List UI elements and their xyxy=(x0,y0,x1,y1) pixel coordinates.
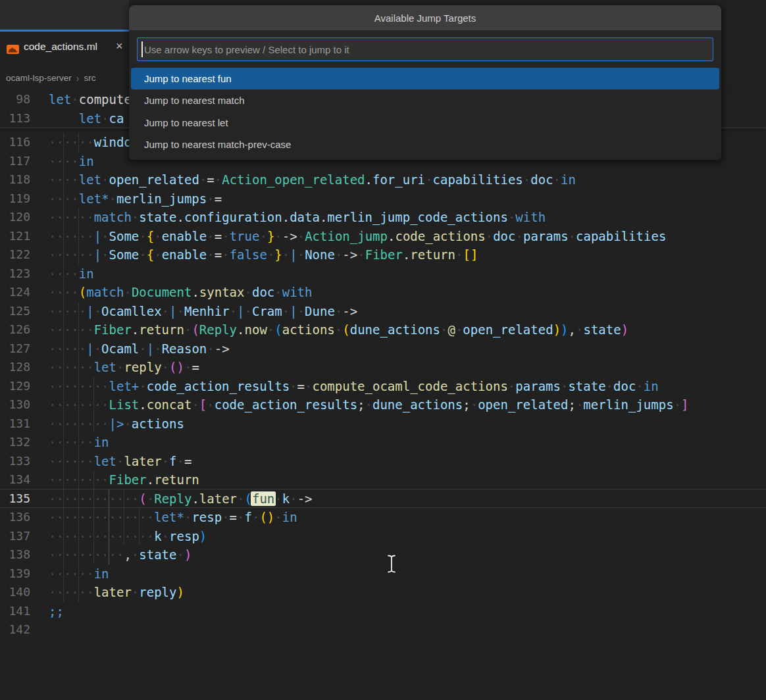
code-line[interactable]: 140······later·reply) xyxy=(0,583,766,602)
line-number[interactable]: 121 xyxy=(0,227,30,246)
code-line[interactable]: 136··············let*·resp·=·f·()·in xyxy=(0,508,766,527)
code-line[interactable]: 131········|>·actions xyxy=(0,414,766,434)
code-text: let·ca xyxy=(49,109,124,128)
quickpick-title: Available Jump Targets xyxy=(129,5,721,30)
editor-code-area[interactable]: 116······window117····in118····let·open_… xyxy=(0,128,766,639)
code-text: ··········,·state·) xyxy=(49,545,192,564)
code-line[interactable]: 134········Fiber.return xyxy=(0,470,766,489)
code-text: ······let·reply·()·= xyxy=(49,358,199,377)
code-line[interactable]: 141;; xyxy=(0,602,766,621)
code-text: ····let*·merlin_jumps·= xyxy=(49,189,222,209)
line-number[interactable]: 135 xyxy=(0,489,30,509)
code-text: ········Fiber.return xyxy=(49,470,199,489)
code-text: ····let·open_related·=·Action_open_relat… xyxy=(49,170,576,189)
code-text: ······let·later·f·= xyxy=(49,452,192,471)
line-number[interactable]: 120 xyxy=(0,208,30,227)
line-number[interactable]: 139 xyxy=(0,564,30,584)
code-line[interactable]: 137··············k·resp) xyxy=(0,527,766,546)
breadcrumb-segment-project[interactable]: ocaml-lsp-server xyxy=(6,73,72,83)
code-text: ······in xyxy=(49,564,109,584)
line-number[interactable]: 126 xyxy=(0,320,30,339)
line-number[interactable]: 118 xyxy=(0,170,30,189)
code-line[interactable]: 128······let·reply·()·= xyxy=(0,358,766,377)
line-number[interactable]: 131 xyxy=(0,414,30,434)
code-text: ········List.concat·[·code_action_result… xyxy=(49,395,689,414)
vscode-window: code_actions.ml × ocaml-lsp-server › src… xyxy=(0,0,766,700)
line-number[interactable]: 128 xyxy=(0,358,30,377)
code-text: ········|>·actions xyxy=(49,414,184,434)
code-text: ······|·Some·{·enable·=·true·}·->·Action… xyxy=(49,227,666,246)
code-text: ····in xyxy=(49,264,94,284)
code-text: ······|·Some·{·enable·=·false·}·|·None·-… xyxy=(49,245,478,264)
line-number[interactable]: 132 xyxy=(0,433,30,452)
line-number[interactable]: 123 xyxy=(0,264,30,284)
code-line[interactable]: 123····in xyxy=(0,264,766,284)
code-text: ······in xyxy=(49,433,109,452)
line-number[interactable]: 137 xyxy=(0,527,30,546)
line-number[interactable]: 113 xyxy=(0,109,30,128)
line-number[interactable]: 124 xyxy=(0,283,30,302)
code-text: let·compute xyxy=(49,90,132,109)
code-text: ······window xyxy=(49,133,139,152)
quickpick-item[interactable]: Jump to nearest let xyxy=(131,112,719,134)
line-number[interactable]: 138 xyxy=(0,545,30,564)
line-number[interactable]: 141 xyxy=(0,602,30,621)
code-text: ······match·state.configuration.data.mer… xyxy=(49,208,546,227)
code-line[interactable]: 132······in xyxy=(0,433,766,452)
line-number[interactable]: 98 xyxy=(0,90,30,109)
line-number[interactable]: 133 xyxy=(0,452,30,471)
code-line[interactable]: 124····(match·Document.syntax·doc·with xyxy=(0,283,766,302)
quickpick-item[interactable]: Jump to nearest match-prev-case xyxy=(131,134,719,155)
code-line[interactable]: 135············(·Reply.later·(fun·k·-> xyxy=(0,489,766,509)
text-caret xyxy=(141,41,143,57)
code-line[interactable]: 138··········,·state·) xyxy=(0,545,766,564)
code-line[interactable]: 129········let+·code_action_results·=·co… xyxy=(0,377,766,396)
code-text: ·····|·Ocamllex·|·Menhir·|·Cram·|·Dune·-… xyxy=(49,302,357,321)
code-line[interactable]: 127·····|·Ocaml·|·Reason·-> xyxy=(0,339,766,359)
code-text: ;; xyxy=(49,602,64,621)
line-number[interactable]: 140 xyxy=(0,583,30,602)
code-line[interactable]: 142 xyxy=(0,620,766,639)
code-line[interactable]: 122······|·Some·{·enable·=·false·}·|·Non… xyxy=(0,245,766,264)
code-text: ··············k·resp) xyxy=(49,527,207,546)
line-number[interactable]: 127 xyxy=(0,339,30,359)
code-line[interactable]: 125·····|·Ocamllex·|·Menhir·|·Cram·|·Dun… xyxy=(0,302,766,321)
code-text: ·····|·Ocaml·|·Reason·-> xyxy=(49,339,230,359)
quickpick-list: Jump to nearest funJump to nearest match… xyxy=(129,68,721,156)
line-number[interactable]: 117 xyxy=(0,152,30,171)
quickpick-item[interactable]: Jump to nearest fun xyxy=(131,68,719,89)
jump-target-highlight: fun xyxy=(251,491,276,506)
code-text: ····in xyxy=(49,152,94,171)
quickpick-input[interactable] xyxy=(137,38,713,61)
line-number[interactable]: 125 xyxy=(0,302,30,321)
code-line[interactable]: 119····let*·merlin_jumps·= xyxy=(0,189,766,209)
breadcrumb-separator-icon: › xyxy=(76,73,80,84)
code-text: ··············let*·resp·=·f·()·in xyxy=(49,508,297,527)
line-number[interactable]: 134 xyxy=(0,470,30,489)
line-number[interactable]: 129 xyxy=(0,377,30,396)
tab-close-icon[interactable]: × xyxy=(116,39,123,53)
code-text: ······Fiber.return·(Reply.now·(actions·(… xyxy=(49,320,628,339)
line-number[interactable]: 142 xyxy=(0,620,30,639)
quickpick-item[interactable]: Jump to nearest match xyxy=(131,89,719,111)
line-number[interactable]: 122 xyxy=(0,245,30,264)
code-line[interactable]: 133······let·later·f·= xyxy=(0,452,766,471)
code-line[interactable]: 121······|·Some·{·enable·=·true·}·->·Act… xyxy=(0,227,766,246)
tab-bar xyxy=(0,0,129,30)
code-line[interactable]: 130········List.concat·[·code_action_res… xyxy=(0,395,766,414)
line-number[interactable]: 119 xyxy=(0,189,30,209)
code-line[interactable]: 120······match·state.configuration.data.… xyxy=(0,208,766,227)
code-text: ····(match·Document.syntax·doc·with xyxy=(49,283,312,302)
breadcrumb-segment-folder[interactable]: src xyxy=(84,73,95,83)
line-number[interactable]: 130 xyxy=(0,395,30,414)
line-number[interactable]: 116 xyxy=(0,133,30,152)
code-text: ······later·reply) xyxy=(49,583,184,602)
code-line[interactable]: 126······Fiber.return·(Reply.now·(action… xyxy=(0,320,766,339)
code-line[interactable]: 118····let·open_related·=·Action_open_re… xyxy=(0,170,766,189)
quickpick-input-wrap xyxy=(137,38,713,61)
code-line[interactable]: 139······in xyxy=(0,564,766,584)
line-number[interactable]: 136 xyxy=(0,508,30,527)
tab-filename[interactable]: code_actions.ml xyxy=(24,41,97,53)
tab-code-actions[interactable]: code_actions.ml × xyxy=(0,30,129,66)
code-text: ········let+·code_action_results·=·compu… xyxy=(49,377,659,396)
